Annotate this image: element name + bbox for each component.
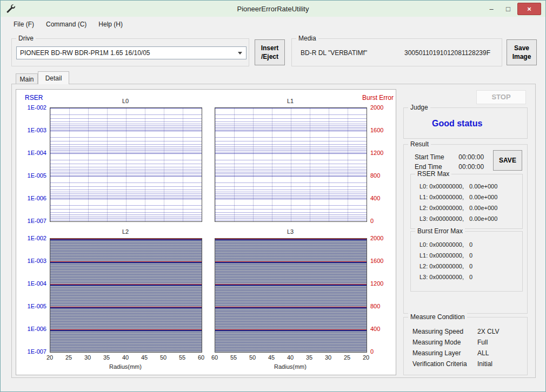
titlebar: PioneerErrorRateUtility – □ × [1, 1, 545, 17]
wrench-icon[interactable] [5, 4, 15, 13]
rser-tick-label: 1E-007 [16, 348, 46, 355]
judge-group-label: Judge [408, 104, 430, 111]
right-axis-title: Burst Error [362, 94, 394, 102]
rser-max-l0-label: L0: 0x00000000, [420, 181, 469, 192]
rser-max-row-l2: L2: 0x00000000,0.00e+000 [411, 202, 522, 213]
radius-tick-label: 30 [323, 354, 334, 361]
menu-help[interactable]: Help (H) [92, 18, 129, 30]
save-image-label-line2: Image [512, 52, 531, 61]
radius-tick-label: 20 [44, 354, 55, 361]
result-group: Result Start Time 00:00:00 End Time 00:0… [403, 144, 528, 314]
burst-tick-label: 2000 [370, 234, 395, 242]
media-group: Media BD-R DL "VERBATIMf" 30050110191012… [291, 38, 502, 66]
drive-select[interactable]: PIONEER BD-RW BDR-PR1M 1.65 16/10/05 [16, 46, 247, 59]
rser-max-l2-value: 0.00e+000 [469, 202, 497, 213]
judge-group: Judge Good status [403, 107, 528, 139]
rser-max-row-l1: L1: 0x00000000,0.00e+000 [411, 192, 522, 202]
radius-tick-label: 35 [101, 354, 112, 361]
drive-selected-value: PIONEER BD-RW BDR-PR1M 1.65 16/10/05 [17, 49, 238, 57]
stop-button[interactable]: STOP [476, 90, 526, 104]
burst-max-l0-label: L0: 0x00000000, [420, 239, 469, 250]
measuring-mode-value: Full [477, 337, 488, 348]
radius-tick-label: 40 [285, 354, 296, 361]
verification-criteria-value: Initial [477, 359, 492, 369]
x-axis-label-l2: Radius(mm) [50, 363, 201, 370]
media-disc-id: 30050110191012081128239F [404, 49, 490, 57]
dropdown-arrow-icon [238, 52, 242, 55]
maximize-button[interactable]: □ [501, 3, 516, 15]
rser-axis-ticks-top: 1E-0021E-0031E-0041E-0051E-0061E-007 [16, 104, 46, 225]
rser-tick-label: 1E-005 [16, 302, 46, 310]
insert-eject-label-line2: /Eject [261, 52, 278, 61]
burst-max-row-l0: L0: 0x00000000,0 [411, 239, 522, 250]
rser-tick-label: 1E-006 [16, 325, 46, 333]
rser-axis-ticks-bottom: 1E-0021E-0031E-0041E-0051E-0061E-007 [16, 234, 46, 355]
app-window: PioneerErrorRateUtility – □ × File (F) C… [0, 0, 546, 392]
plot-title-l3: L3 [215, 228, 366, 235]
drive-group-label: Drive [16, 35, 36, 42]
media-disc-type: BD-R DL "VERBATIMf" [301, 49, 367, 57]
x-axis-label-l3: Radius(mm) [215, 363, 366, 370]
measuring-speed-value: 2X CLV [477, 326, 499, 337]
burst-max-l1-label: L1: 0x00000000, [420, 250, 469, 261]
verification-criteria-row: Verification CriteriaInitial [412, 359, 523, 369]
chart-area: RSER Burst Error L0 L1 L2 L3 1E-0021E-00… [16, 89, 396, 375]
measuring-layer-row: Measuring LayerALL [412, 348, 523, 359]
rser-tick-label: 1E-003 [16, 126, 46, 134]
radius-tick-label: 25 [63, 354, 74, 361]
menubar: File (F) Command (C) Help (H) [1, 17, 545, 31]
plot-title-l1: L1 [215, 98, 366, 104]
save-image-button[interactable]: Save Image [507, 39, 537, 65]
plot-title-l2: L2 [50, 228, 201, 235]
start-time-label: Start Time [415, 153, 457, 161]
measuring-speed-label: Measuring Speed [412, 326, 477, 337]
radius-tick-label: 25 [342, 354, 352, 361]
radius-tick-label: 45 [139, 354, 150, 361]
drive-group: Drive PIONEER BD-RW BDR-PR1M 1.65 16/10/… [11, 38, 249, 66]
measure-condition-group-label: Measure Condition [408, 313, 467, 321]
judge-status: Good status [432, 119, 482, 129]
burst-max-l1-value: 0 [469, 250, 472, 261]
rser-max-l2-label: L2: 0x00000000, [420, 202, 469, 213]
start-time-row: Start Time 00:00:00 [415, 153, 484, 161]
rser-max-l3-label: L3: 0x00000000, [420, 213, 469, 224]
result-group-label: Result [408, 140, 431, 148]
left-axis-title: RSER [25, 94, 43, 102]
radius-tick-label: 55 [177, 354, 188, 361]
window-title: PioneerErrorRateUtility [1, 5, 545, 13]
save-button[interactable]: SAVE [493, 150, 522, 171]
measure-condition-rows: Measuring Speed2X CLV Measuring ModeFull… [412, 326, 523, 369]
tab-main[interactable]: Main [16, 73, 38, 84]
burst-error-max-group-label: Burst Error Max [415, 227, 465, 235]
burst-max-l2-label: L2: 0x00000000, [420, 261, 469, 272]
measuring-layer-value: ALL [477, 348, 489, 359]
minimize-button[interactable]: – [484, 3, 499, 15]
burst-max-l2-value: 0 [469, 261, 472, 272]
measure-condition-group: Measure Condition Measuring Speed2X CLV … [403, 317, 528, 375]
rser-tick-label: 1E-004 [16, 280, 46, 287]
burst-max-row-l3: L3: 0x00000000,0 [411, 272, 522, 282]
media-group-label: Media [296, 35, 318, 42]
menu-file[interactable]: File (F) [8, 18, 40, 30]
burst-tick-label: 1200 [370, 280, 395, 287]
window-controls: – □ × [484, 3, 541, 15]
burst-max-l0-value: 0 [469, 239, 472, 250]
radius-tick-label: 55 [228, 354, 239, 361]
burst-tick-label: 1600 [370, 257, 395, 265]
burst-max-l3-label: L3: 0x00000000, [420, 272, 469, 282]
menu-command[interactable]: Command (C) [40, 18, 92, 30]
tab-detail[interactable]: Detail [38, 71, 69, 84]
end-time-label: End Time [415, 163, 457, 171]
radius-tick-label: 60 [196, 354, 207, 361]
rser-tick-label: 1E-006 [16, 194, 46, 202]
burst-tick-label: 800 [370, 302, 395, 310]
rser-max-row-l3: L3: 0x00000000,0.00e+000 [411, 213, 522, 224]
burst-axis-ticks-top: 2000160012008004000 [370, 104, 395, 225]
burst-max-row-l2: L2: 0x00000000,0 [411, 261, 522, 272]
close-button[interactable]: × [517, 3, 541, 15]
radius-axis-ticks-l3: 605550454035302520 [209, 354, 371, 361]
start-time-value: 00:00:00 [458, 153, 484, 161]
rser-tick-label: 1E-004 [16, 149, 46, 157]
insert-eject-button[interactable]: Insert /Eject [255, 39, 285, 65]
burst-axis-ticks-bottom: 2000160012008004000 [370, 234, 395, 355]
